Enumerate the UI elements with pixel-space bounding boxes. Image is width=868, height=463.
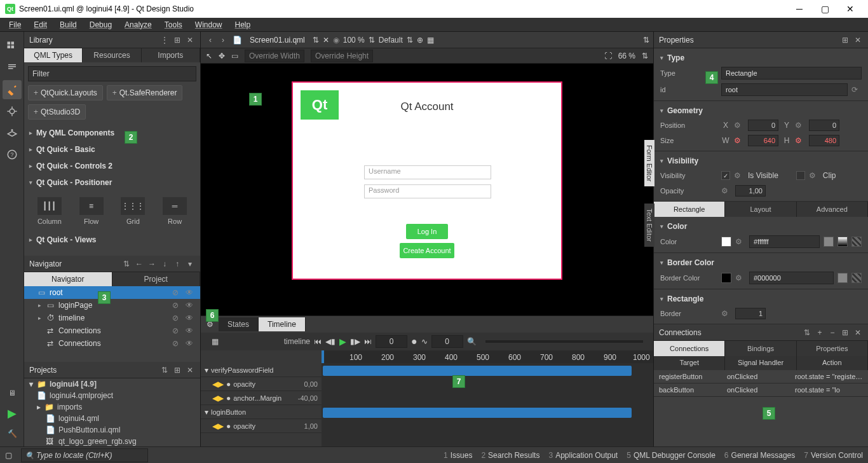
positioner-row[interactable]: ═Row (154, 193, 195, 229)
track-opacity2[interactable]: ◀▶●opacity1,00 (201, 419, 322, 433)
mockup-rectangle[interactable]: Qt Qt Account Username Password Log In C… (292, 81, 562, 280)
proj-root[interactable]: ▾📁loginui4 [4.9] (24, 378, 200, 390)
target-selector-icon[interactable]: 🖥 (3, 384, 21, 402)
border-swatch[interactable] (721, 273, 731, 283)
library-split-icon[interactable]: ⊞ (172, 35, 182, 45)
status-toggle-icon[interactable]: ▢ (5, 451, 12, 460)
timeline-pos1[interactable]: 0 (376, 335, 407, 348)
size-w[interactable]: 640 (748, 135, 778, 146)
override-width[interactable]: Override Width (245, 50, 304, 62)
nav-item-connections1[interactable]: ⇄Connections⊘👁 (24, 324, 200, 337)
keyframe-icon[interactable]: ● (411, 336, 417, 347)
step-back-icon[interactable]: ◀▮ (325, 337, 336, 346)
gear-icon[interactable]: ⚙ (795, 136, 805, 145)
status-genmsg[interactable]: 6General Messages (724, 451, 795, 460)
border-width[interactable]: 1 (735, 308, 766, 319)
opacity-value[interactable]: 1,00 (735, 185, 766, 197)
chip-saferenderer[interactable]: Qt.SafeRenderer (107, 85, 183, 100)
debug-mode-icon[interactable] (3, 102, 22, 121)
nav-down-icon[interactable]: ↓ (159, 259, 170, 269)
nav-fwd-icon[interactable]: › (217, 36, 229, 45)
track-opacity1[interactable]: ◀▶●opacity0,00 (201, 377, 322, 391)
nav-item-root[interactable]: ▭root⊘👁 (24, 286, 200, 299)
timeline-zoom-slider[interactable] (485, 340, 643, 343)
move-tool-icon[interactable]: ✥ (219, 52, 225, 60)
cat-qtquick-positioner[interactable]: Qt Quick - Positioner (24, 174, 200, 191)
proj-logo-svg[interactable]: 🖼qt_logo_green_rgb.svg (24, 436, 200, 447)
cursor-tool-icon[interactable]: ↖ (206, 52, 212, 60)
nav-up-icon[interactable]: ↑ (172, 259, 182, 269)
file-dropdown-icon[interactable]: ⇅ (313, 36, 319, 45)
ctab-properties[interactable]: Properties (797, 341, 868, 356)
form-canvas[interactable]: ▭ root Qt Qt Account Username Password L… (201, 64, 653, 315)
username-field[interactable]: Username (364, 165, 491, 179)
ptab-advanced[interactable]: Advanced (797, 202, 868, 217)
section-geometry[interactable]: Geometry (654, 104, 868, 118)
locator-input[interactable]: 🔍 Type to locate (Ctrl+K) (21, 448, 148, 462)
proj-loginui4qml[interactable]: 📄loginui4.qml (24, 413, 200, 424)
proj-qmlproject[interactable]: 📄loginui4.qmlproject (24, 390, 200, 401)
zoom-tl-icon[interactable]: 🔍 (467, 337, 477, 346)
proj-split-icon[interactable]: ⊞ (172, 365, 182, 375)
nav-item-timeline[interactable]: ▸⏱timeline⊘👁 (24, 312, 200, 324)
nav-fwd-icon[interactable]: → (147, 259, 157, 269)
menu-analyze[interactable]: Analyze (118, 19, 158, 31)
gear-icon[interactable]: ⚙ (795, 121, 805, 130)
visible-checkbox[interactable]: ✓ (721, 171, 730, 180)
clip-checkbox[interactable] (796, 171, 805, 180)
border-opt-icon[interactable] (837, 273, 848, 283)
zoom-step-icon[interactable]: ⇅ (642, 52, 648, 60)
status-qmldbg[interactable]: 5QML Debugger Console (627, 451, 715, 460)
menu-file[interactable]: File (3, 19, 27, 31)
menu-build[interactable]: Build (53, 19, 83, 31)
type-value[interactable]: Rectangle (721, 67, 862, 79)
ctab-bindings[interactable]: Bindings (725, 341, 796, 356)
nav-back-icon[interactable]: ← (134, 259, 144, 269)
file-close-icon[interactable]: ✕ (323, 36, 329, 45)
conn-row-1[interactable]: registerButtononClickedroot.state = "reg… (654, 370, 868, 384)
tab-navigator[interactable]: Navigator (24, 272, 112, 286)
help-mode-icon[interactable]: ? (3, 145, 22, 164)
cat-qtquick-basic[interactable]: Qt Quick - Basic (24, 141, 200, 158)
conn-remove-icon[interactable]: − (827, 328, 837, 338)
cat-my-components[interactable]: My QML Components (24, 125, 200, 141)
nav-item-loginpage[interactable]: ▸▭loginPage⊘👁 (24, 299, 200, 312)
gear-icon[interactable]: ⚙ (734, 121, 744, 130)
playhead-icon[interactable] (322, 350, 324, 363)
fit-icon[interactable]: ⛶ (604, 52, 612, 60)
to-end-icon[interactable]: ⏭ (364, 337, 372, 346)
menu-edit[interactable]: Edit (27, 19, 53, 31)
open-file-name[interactable]: Screen01.ui.qml (246, 34, 309, 46)
tab-states[interactable]: States (219, 317, 259, 331)
section-border-color[interactable]: Border Color (654, 256, 868, 270)
id-action-icon[interactable]: ⟳ (851, 85, 862, 94)
library-menu-icon[interactable]: ⋮ (159, 35, 170, 45)
proj-pushbutton[interactable]: 📄PushButton.ui.qml (24, 424, 200, 436)
tab-timeline[interactable]: Timeline (259, 317, 306, 331)
curve-icon[interactable]: ∿ (421, 337, 428, 346)
timeline-track-area[interactable]: 100 200 300 400 500 600 700 800 900 1000 (322, 350, 653, 454)
menu-debug[interactable]: Debug (83, 19, 118, 31)
menu-tools[interactable]: Tools (158, 19, 189, 31)
anchor-icon[interactable]: ⊕ (417, 36, 423, 45)
chip-studio3d[interactable]: QtStudio3D (28, 104, 86, 120)
library-close-icon[interactable]: ✕ (185, 35, 195, 45)
cat-qtquick-views[interactable]: Qt Quick - Views (24, 232, 200, 248)
minimize-button[interactable]: ─ (787, 0, 812, 18)
run-button-icon[interactable]: ▶ (3, 404, 21, 422)
prop-close-icon[interactable]: ✕ (853, 35, 863, 45)
nav-item-connections2[interactable]: ⇄Connections⊘👁 (24, 337, 200, 350)
password-field[interactable]: Password (364, 184, 491, 198)
positioner-grid[interactable]: ⋮⋮⋮Grid (113, 193, 154, 229)
tab-resources[interactable]: Resources (83, 48, 141, 62)
section-type[interactable]: Type (654, 51, 868, 65)
size-h[interactable]: 480 (809, 135, 839, 146)
override-height[interactable]: Override Height (311, 50, 373, 62)
border-none-icon[interactable] (851, 273, 862, 283)
library-filter-input[interactable]: Filter (28, 66, 196, 81)
gradient-icon[interactable] (837, 237, 848, 247)
ptab-rectangle[interactable]: Rectangle (654, 202, 725, 217)
proj-imports[interactable]: ▸📁imports (24, 401, 200, 413)
status-appout[interactable]: 3Application Output (548, 451, 618, 460)
nav-back-icon[interactable]: ‹ (205, 36, 216, 45)
